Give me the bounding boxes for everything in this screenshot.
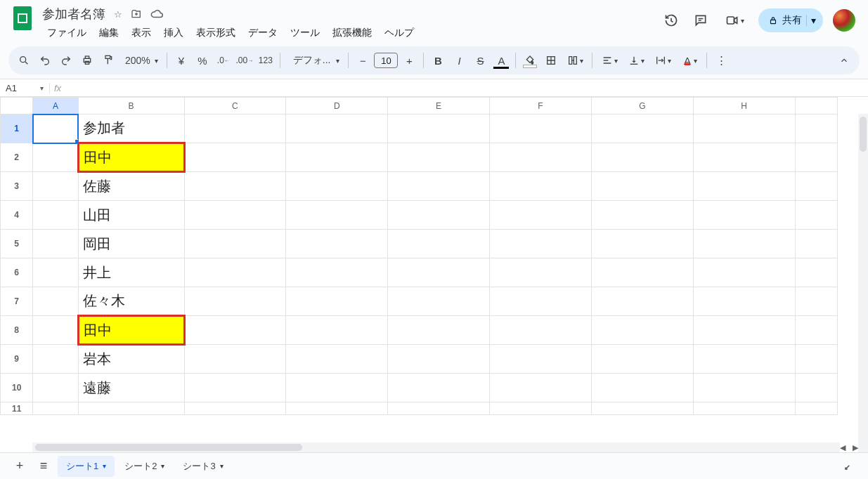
cell-A6[interactable] bbox=[33, 258, 78, 287]
cell-C1[interactable] bbox=[184, 114, 286, 143]
cell-G9[interactable] bbox=[591, 345, 693, 374]
cell-H8[interactable] bbox=[693, 316, 795, 345]
cell-B7[interactable]: 佐々木 bbox=[78, 287, 184, 316]
cell-E2[interactable] bbox=[388, 143, 490, 172]
cell-X5[interactable] bbox=[795, 230, 837, 258]
move-icon[interactable] bbox=[131, 8, 145, 20]
cell-C2[interactable] bbox=[184, 143, 286, 172]
column-header-E[interactable]: E bbox=[388, 98, 490, 114]
menu-file[interactable]: ファイル bbox=[42, 24, 91, 42]
cell-E8[interactable] bbox=[388, 316, 490, 345]
row-header-11[interactable]: 11 bbox=[1, 402, 33, 415]
cell-H3[interactable] bbox=[693, 172, 795, 201]
increase-font-icon[interactable]: + bbox=[399, 51, 419, 70]
meet-icon[interactable]: ▾ bbox=[720, 11, 749, 30]
history-icon[interactable] bbox=[661, 11, 681, 30]
cell-C4[interactable] bbox=[184, 201, 286, 230]
formula-input[interactable] bbox=[65, 83, 868, 93]
cell-E3[interactable] bbox=[388, 172, 490, 201]
column-header-C[interactable]: C bbox=[184, 98, 286, 114]
cell-A3[interactable] bbox=[33, 172, 78, 201]
row-header-8[interactable]: 8 bbox=[1, 316, 33, 345]
cell-F1[interactable] bbox=[490, 114, 592, 143]
add-sheet-button[interactable]: + bbox=[10, 457, 30, 476]
explore-button[interactable] bbox=[838, 457, 858, 476]
search-menus-icon[interactable] bbox=[14, 51, 34, 70]
print-icon[interactable] bbox=[77, 51, 97, 70]
cell-X3[interactable] bbox=[795, 172, 837, 201]
borders-icon[interactable] bbox=[541, 51, 561, 70]
cell-B1[interactable]: 参加者 bbox=[78, 114, 184, 143]
cell-G2[interactable] bbox=[591, 143, 693, 172]
cell-E5[interactable] bbox=[388, 230, 490, 258]
cell-A5[interactable] bbox=[33, 230, 78, 258]
cell-G3[interactable] bbox=[591, 172, 693, 201]
cell-X1[interactable] bbox=[795, 114, 837, 143]
paint-format-icon[interactable] bbox=[98, 51, 118, 70]
cell-D3[interactable] bbox=[286, 172, 388, 201]
cell-E1[interactable] bbox=[388, 114, 490, 143]
cell-E11[interactable] bbox=[388, 402, 490, 415]
cell-X10[interactable] bbox=[795, 374, 837, 402]
cell-D8[interactable] bbox=[286, 316, 388, 345]
cell-H1[interactable] bbox=[693, 114, 795, 143]
cell-G10[interactable] bbox=[591, 374, 693, 402]
select-all-corner[interactable] bbox=[1, 98, 33, 114]
cell-D9[interactable] bbox=[286, 345, 388, 374]
menu-data[interactable]: データ bbox=[243, 24, 283, 42]
share-button[interactable]: 共有 ▾ bbox=[758, 8, 823, 32]
text-color-icon[interactable]: A bbox=[491, 51, 511, 70]
cell-F7[interactable] bbox=[490, 287, 592, 316]
cell-A8[interactable] bbox=[33, 316, 78, 345]
cell-X8[interactable] bbox=[795, 316, 837, 345]
cell-A2[interactable] bbox=[33, 143, 78, 172]
column-header-F[interactable]: F bbox=[490, 98, 592, 114]
row-header-2[interactable]: 2 bbox=[1, 143, 33, 172]
cell-B3[interactable]: 佐藤 bbox=[78, 172, 184, 201]
all-sheets-button[interactable]: ≡ bbox=[34, 457, 53, 476]
menu-format[interactable]: 表示形式 bbox=[191, 24, 240, 42]
redo-icon[interactable] bbox=[56, 51, 76, 70]
account-avatar[interactable] bbox=[833, 9, 855, 32]
cell-D7[interactable] bbox=[286, 287, 388, 316]
cell-C5[interactable] bbox=[184, 230, 286, 258]
cell-F5[interactable] bbox=[490, 230, 592, 258]
italic-icon[interactable]: I bbox=[449, 51, 469, 70]
cell-X9[interactable] bbox=[795, 345, 837, 374]
fill-color-icon[interactable] bbox=[520, 51, 540, 70]
menu-tools[interactable]: ツール bbox=[285, 24, 325, 42]
cell-B9[interactable]: 岩本 bbox=[78, 345, 184, 374]
cell-E6[interactable] bbox=[388, 258, 490, 287]
name-box[interactable]: A1▾ bbox=[0, 83, 49, 93]
scroll-arrows[interactable]: ◀▶ bbox=[840, 442, 858, 452]
text-rotation-icon[interactable]: A▾ bbox=[677, 51, 702, 70]
cell-A11[interactable] bbox=[33, 402, 78, 415]
cell-B11[interactable] bbox=[78, 402, 184, 415]
cell-B2[interactable]: 田中 bbox=[78, 143, 184, 172]
cell-F6[interactable] bbox=[490, 258, 592, 287]
sheet-tab-シート1[interactable]: シート1▾ bbox=[58, 456, 115, 477]
cell-A1[interactable] bbox=[33, 114, 78, 143]
more-toolbar-icon[interactable]: ⋮ bbox=[711, 51, 731, 70]
cell-E7[interactable] bbox=[388, 287, 490, 316]
cell-E9[interactable] bbox=[388, 345, 490, 374]
cloud-status-icon[interactable] bbox=[150, 8, 164, 20]
cell-F3[interactable] bbox=[490, 172, 592, 201]
cell-D11[interactable] bbox=[286, 402, 388, 415]
column-header-A[interactable]: A bbox=[33, 98, 78, 114]
menu-extensions[interactable]: 拡張機能 bbox=[328, 24, 377, 42]
cell-H4[interactable] bbox=[693, 201, 795, 230]
vertical-scrollbar[interactable] bbox=[858, 114, 868, 452]
font-size-input[interactable]: 10 bbox=[374, 53, 398, 68]
bold-icon[interactable]: B bbox=[428, 51, 448, 70]
cell-G11[interactable] bbox=[591, 402, 693, 415]
cell-B8[interactable]: 田中 bbox=[78, 316, 184, 345]
cell-F4[interactable] bbox=[490, 201, 592, 230]
cell-G7[interactable] bbox=[591, 287, 693, 316]
cell-F10[interactable] bbox=[490, 374, 592, 402]
horizontal-align-icon[interactable]: ▾ bbox=[597, 51, 622, 70]
cell-G1[interactable] bbox=[591, 114, 693, 143]
cell-X11[interactable] bbox=[795, 402, 837, 415]
vertical-align-icon[interactable]: ▾ bbox=[623, 51, 649, 70]
sheet-tab-シート3[interactable]: シート3▾ bbox=[174, 456, 231, 477]
